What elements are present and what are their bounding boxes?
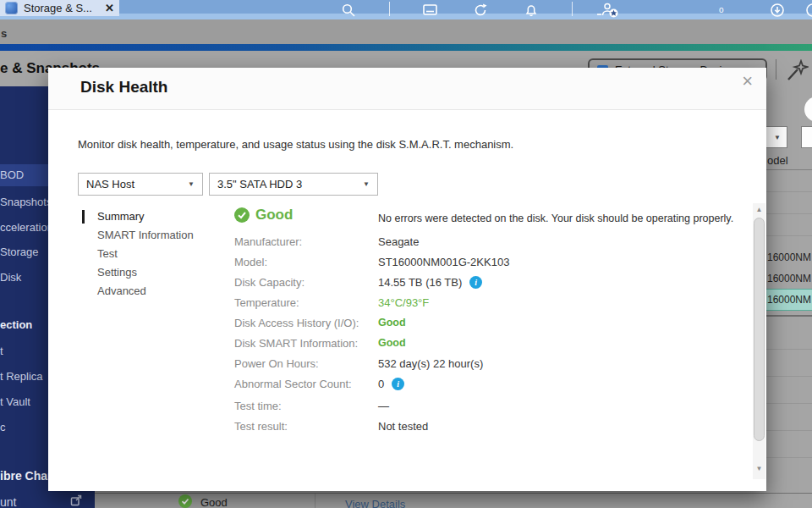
background-tasks-icon[interactable] xyxy=(420,1,439,19)
host-select[interactable]: NAS Host ▼ xyxy=(78,173,203,196)
taskbar: Storage & S... ✕ o xyxy=(0,0,812,19)
scrollbar-up-icon[interactable]: ▲ xyxy=(753,203,765,216)
column-header-model[interactable]: odel xyxy=(767,154,788,167)
scrollbar-down-icon[interactable]: ▼ xyxy=(753,462,765,475)
table-line xyxy=(765,457,812,458)
app-icon xyxy=(5,2,18,14)
search-icon[interactable] xyxy=(339,1,358,19)
header-divider xyxy=(776,59,776,80)
sidebar-item-snapshot-vault[interactable]: t Vault xyxy=(0,395,30,408)
table-row[interactable]: 16000NM xyxy=(767,294,811,306)
field-test-time: Test time: — xyxy=(234,399,725,412)
external-link-icon[interactable] xyxy=(69,494,83,507)
taskbar-divider xyxy=(389,2,390,16)
screen: Storage & S... ✕ o s e & Snaps xyxy=(0,0,812,508)
table-line xyxy=(765,315,812,317)
field-disk-access-history: Disk Access History (I/O): Good xyxy=(234,316,725,329)
magic-wand-icon[interactable] xyxy=(783,59,809,83)
app-tab-storage-snapshots[interactable]: Storage & S... ✕ xyxy=(0,0,119,16)
tab-smart-information[interactable]: SMART Information xyxy=(97,229,194,241)
table-line xyxy=(765,430,812,431)
field-label: Temperature: xyxy=(234,296,378,309)
field-model: Model: ST16000NM001G-2KK103 xyxy=(234,255,725,268)
caret-down-icon: ▼ xyxy=(363,180,370,188)
sidebar-item-iscsi[interactable]: c xyxy=(0,421,6,433)
field-value: ST16000NM001G-2KK103 xyxy=(378,256,509,268)
field-label: Disk Access History (I/O): xyxy=(234,317,378,329)
table-line xyxy=(765,213,812,214)
disk-select[interactable]: 3.5" SATA HDD 3 ▼ xyxy=(209,173,378,196)
tab-settings[interactable]: Settings xyxy=(97,266,137,279)
scrollbar-thumb[interactable] xyxy=(754,218,765,441)
tab-close-icon[interactable]: ✕ xyxy=(105,2,114,14)
caret-down-icon: ▼ xyxy=(774,134,781,141)
dialog-close-icon[interactable]: × xyxy=(742,72,753,91)
window-accent-bar xyxy=(0,44,812,51)
field-power-on-hours: Power On Hours: 532 day(s) 22 hour(s) xyxy=(234,356,725,370)
field-label: Test result: xyxy=(234,420,378,433)
taskbar-divider xyxy=(572,2,573,16)
disk-select-value: 3.5" SATA HDD 3 xyxy=(217,178,363,190)
nav-active-indicator xyxy=(82,210,85,224)
sidebar-item-jbod[interactable]: BOD xyxy=(0,168,24,181)
sidebar-item-disk[interactable]: Disk xyxy=(0,271,21,284)
info-icon[interactable]: i xyxy=(392,378,404,390)
table-line xyxy=(765,403,812,404)
partial-icon[interactable] xyxy=(800,1,812,19)
table-row[interactable]: 16000NM xyxy=(767,251,811,263)
field-value: Good xyxy=(378,337,406,349)
field-value: Not tested xyxy=(378,420,428,433)
tab-label: Storage & S... xyxy=(24,2,105,14)
sidebar-item-acceleration[interactable]: cceleration xyxy=(0,221,53,234)
field-value: 532 day(s) 22 hour(s) xyxy=(378,357,483,370)
field-label: Test time: xyxy=(234,400,378,412)
health-message: No errors were detected on the disk. You… xyxy=(378,213,733,224)
field-value: Good xyxy=(378,317,406,329)
health-status-text: Good xyxy=(255,207,293,224)
footer-column-divider xyxy=(315,494,315,508)
sidebar-section-protection: ection xyxy=(0,318,32,331)
sidebar-item-storage[interactable]: Storage xyxy=(0,246,39,258)
dialog-title: Disk Health xyxy=(80,78,167,97)
field-value: 0 xyxy=(378,378,384,390)
admin-user-icon[interactable] xyxy=(595,1,623,19)
disk-health-dialog: Disk Health × Monitor disk health, tempe… xyxy=(48,68,766,491)
search-field[interactable] xyxy=(804,97,812,122)
status-good-icon xyxy=(178,494,192,508)
footer-divider xyxy=(95,493,812,494)
table-line xyxy=(765,191,812,192)
sidebar-item-snapshots[interactable]: Snapshots xyxy=(0,196,52,208)
tab-advanced[interactable]: Advanced xyxy=(97,284,146,297)
table-line xyxy=(765,376,812,377)
field-abnormal-sector-count: Abnormal Sector Count: 0 i xyxy=(234,377,725,390)
dialog-description: Monitor disk health, temperature, and us… xyxy=(78,138,513,151)
tab-test[interactable]: Test xyxy=(97,247,118,260)
recent-tasks-icon[interactable] xyxy=(471,1,490,19)
caret-down-icon: ▼ xyxy=(188,180,195,188)
field-temperature: Temperature: 34°C/93°F xyxy=(234,295,725,309)
health-status: Good xyxy=(234,207,293,224)
field-label: Manufacturer: xyxy=(234,235,378,248)
good-check-icon xyxy=(234,207,250,223)
view-details-link[interactable]: View Details xyxy=(345,498,405,508)
info-icon[interactable]: i xyxy=(469,276,482,289)
menu-text-fragment: s xyxy=(1,27,7,40)
filter-dropdown-2[interactable]: ▼ xyxy=(801,126,812,148)
field-test-result: Test result: Not tested xyxy=(234,419,725,433)
table-row[interactable]: 16000NM xyxy=(767,273,811,284)
window-menu-strip: s xyxy=(0,19,812,44)
sidebar-item-mount[interactable]: unt xyxy=(0,495,16,508)
table-line xyxy=(765,169,812,170)
field-label: Power On Hours: xyxy=(234,357,378,370)
field-value: 34°C/93°F xyxy=(378,296,429,309)
tab-summary[interactable]: Summary xyxy=(97,210,145,223)
update-download-icon[interactable] xyxy=(768,1,787,19)
field-value: Seagate xyxy=(378,235,419,248)
sidebar-item-snapshot-replica[interactable]: t Replica xyxy=(0,370,43,383)
field-value: 14.55 TB (16 TB) xyxy=(378,276,462,289)
sidebar-item-snapshot[interactable]: t xyxy=(0,345,3,357)
notifications-bell-icon[interactable] xyxy=(522,1,540,19)
sidebar-section-fibre-channel: ibre Chan xyxy=(0,469,55,483)
field-disk-smart-information: Disk SMART Information: Good xyxy=(234,336,725,350)
field-label: Disk SMART Information: xyxy=(234,337,378,350)
